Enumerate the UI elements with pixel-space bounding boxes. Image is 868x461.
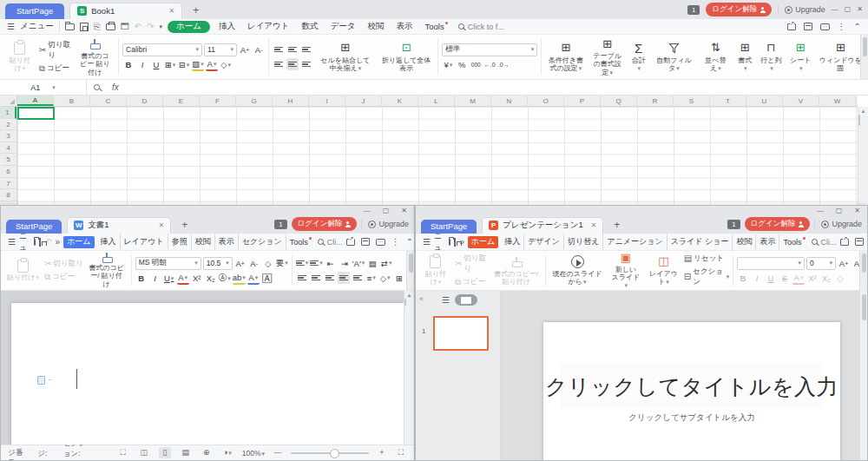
numbering-button[interactable] [310,257,323,269]
collapse-ribbon-icon[interactable]: ⌃ [406,238,413,247]
sum-button[interactable]: Σ合計 [628,37,649,76]
ribbon-tab[interactable]: スライド ショー [667,234,733,250]
ribbon-tab[interactable]: 校閲 [361,19,390,34]
document-tab-presentation1[interactable]: P プレゼンテーション1 ✕ [482,217,603,234]
bold-button[interactable]: B [737,273,749,285]
slide-subtitle-placeholder[interactable]: クリックしてサブタイトルを入力 [578,412,806,424]
vertical-scrollbar[interactable] [859,291,867,460]
row-header[interactable]: 6 [0,166,16,178]
bold-button[interactable]: B [122,59,135,71]
writer-page[interactable] [11,303,404,445]
ribbon-scrollbar[interactable] [859,251,867,290]
freeze-panes-button[interactable]: ⊞ウィンドウを固 [817,37,865,76]
column-header[interactable]: V [783,95,819,106]
column-header[interactable]: O [528,95,564,106]
column-header[interactable]: P [564,95,601,106]
window-count-badge[interactable]: 1 [727,220,740,229]
font-color-button[interactable]: A [206,59,218,71]
ribbon-tab[interactable]: セクション [238,234,286,250]
undo-icon[interactable]: ↶ [135,23,141,31]
align-center-button[interactable] [310,272,322,284]
column-header[interactable]: Q [601,95,637,106]
scrollbar-thumb[interactable] [404,299,406,306]
formula-input[interactable] [124,80,868,95]
ribbon-tab[interactable]: Tools [418,19,452,34]
minimize-button[interactable]: — [832,6,838,13]
name-box[interactable]: A1▾ [0,80,87,95]
align-bottom-button[interactable] [300,43,312,56]
copy-button[interactable]: ⧉コピー [455,277,489,287]
page-view-icon[interactable]: ▯ [159,447,171,458]
two-page-view-icon[interactable]: ◫ [138,447,150,458]
char-shading-button[interactable]: A [247,273,260,285]
export-pdf-icon[interactable]: ⎘ [94,23,101,31]
column-header[interactable]: M [455,95,491,106]
command-search[interactable]: Click to f... [458,23,504,31]
zoom-out-button[interactable]: — [272,447,284,458]
share-icon[interactable] [840,239,849,246]
text-direction-button[interactable]: ⇄ [380,257,392,269]
format-painter-button[interactable]: 書式のコピー/貼り付け [491,254,542,287]
format-painter-button[interactable]: 書式のコピー 貼り付け [75,37,115,76]
decrease-font-button[interactable]: A- [248,257,260,269]
scrollbar-thumb[interactable] [858,115,860,126]
ribbon-tab[interactable]: 数式 [296,19,325,34]
italic-button[interactable]: I [149,273,161,285]
paste-options-icon[interactable] [37,376,45,385]
open-file-icon[interactable] [65,23,75,30]
sort-button[interactable]: ⇅並べ替え [699,37,732,76]
font-color-button[interactable]: A [177,273,189,285]
collapse-ribbon-icon[interactable]: ⌃ [854,23,861,31]
decrease-font-button[interactable]: A- [253,43,265,56]
column-header[interactable]: J [345,95,382,106]
column-header[interactable]: E [163,95,200,106]
document-tab-book1[interactable]: S Book1 ✕ [69,3,182,19]
ribbon-tab[interactable]: 挿入 [501,234,523,250]
copy-button[interactable]: ⧉コピー [44,272,83,282]
increase-font-button[interactable]: A+ [234,257,247,269]
row-header[interactable]: 3 [0,130,16,142]
decrease-decimal-button[interactable]: .0→ [497,59,510,71]
clear-button[interactable]: ◇ [220,59,232,71]
window-count-badge[interactable]: 1 [687,5,700,15]
close-window-button[interactable]: ✕ [401,207,407,214]
upgrade-button[interactable]: Upgrade [814,220,862,228]
ribbon-tab[interactable]: レイアウト [241,19,296,34]
slide-thumbnail[interactable] [433,316,489,351]
underline-button[interactable]: U [150,59,162,71]
align-left-button[interactable] [296,272,308,284]
column-header[interactable]: I [309,95,345,106]
upgrade-button[interactable]: Upgrade [778,5,825,14]
row-header[interactable]: 7 [0,178,16,190]
column-header[interactable]: N [491,95,528,106]
character-scale-button[interactable]: 🄰 [261,273,273,285]
merge-center-button[interactable]: ⊞セルを結合して中央揃え [315,37,376,76]
row-header[interactable]: 4 [0,142,16,155]
shading-button[interactable]: ◇ [379,272,391,284]
logout-button[interactable]: ログイン解除 [706,3,772,16]
paste-button[interactable]: 貼り付け [4,254,42,287]
ribbon-tab[interactable]: 校閲 [191,234,214,250]
format-painter-button[interactable]: 書式のコピー/ 貼り付け [86,254,128,287]
select-all-corner[interactable] [0,95,17,107]
table-format-button[interactable]: ⊞テーブルの書式設定 [589,37,626,76]
paste-button[interactable]: 貼り付け [419,254,452,287]
italic-button[interactable]: I [751,273,763,285]
slide-title-placeholder[interactable]: クリックしてタイトルを入力 [561,364,823,409]
ribbon-tab[interactable]: 表示 [214,234,238,250]
slides-view-toggle[interactable] [455,294,477,306]
cell-style-button[interactable]: ⊟ [178,59,190,71]
align-left-button[interactable] [273,58,285,70]
column-header[interactable]: S [674,95,710,106]
wrap-text-button[interactable]: ⊡折り返して全体表示 [378,37,435,76]
page-setup-button[interactable]: ▤ [366,257,378,269]
new-tab-button[interactable]: + [181,219,187,234]
startpage-tab[interactable]: StartPage [6,220,62,234]
schedule-icon[interactable] [804,23,812,30]
minimize-button[interactable]: — [817,207,824,214]
hamburger-menu-icon[interactable]: ☰ [423,237,431,247]
ribbon-tab[interactable]: ホーム [168,21,210,33]
underline-button[interactable]: U [765,273,777,285]
schedule-icon[interactable] [361,238,370,246]
border-button[interactable]: ⊞ [393,272,405,284]
